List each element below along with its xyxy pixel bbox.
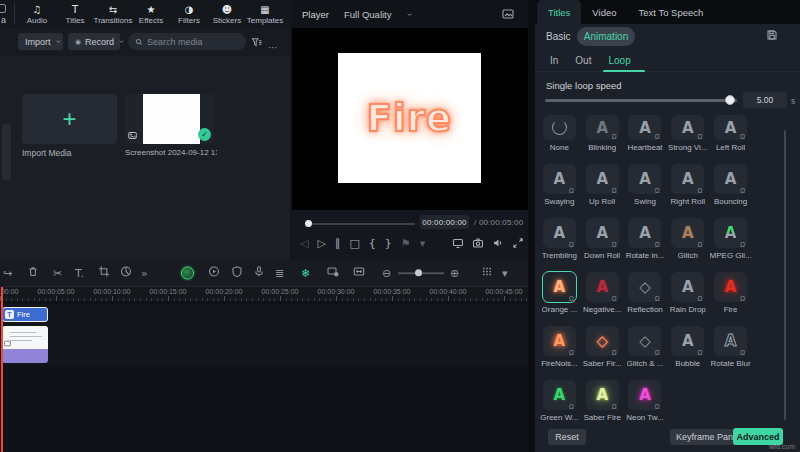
- menu-item-titles[interactable]: TTitles: [56, 0, 94, 28]
- animation-preset-down-roll[interactable]: AΩDown Roll: [581, 206, 624, 260]
- animation-preset-negative[interactable]: AΩNegative...: [581, 260, 624, 314]
- mic-icon[interactable]: [253, 266, 265, 281]
- zoom-out-icon[interactable]: ⊖: [382, 267, 391, 280]
- mark-out-icon[interactable]: }: [385, 237, 392, 251]
- tab-titles[interactable]: Titles: [537, 0, 581, 24]
- animation-preset-green-w[interactable]: AΩGreen W...: [538, 368, 581, 422]
- keyframe-diamond-icon[interactable]: ❄: [301, 267, 310, 280]
- caret-down-icon[interactable]: ▾: [420, 237, 426, 251]
- timeline-ruler[interactable]: 00:00:00:0000:00:05:0000:00:10:0000:00:1…: [0, 287, 528, 301]
- volume-icon[interactable]: [492, 237, 504, 253]
- animation-preset-rotate-in[interactable]: AΩRotate in...: [624, 206, 667, 260]
- shield-icon[interactable]: [231, 266, 243, 281]
- layers-icon[interactable]: ≣: [275, 267, 284, 280]
- zoom-in-icon[interactable]: ⊕: [450, 267, 459, 280]
- player-preview[interactable]: Fire: [292, 28, 528, 210]
- fit-timeline-icon[interactable]: [353, 266, 365, 281]
- animation-preset-firenois[interactable]: AΩFireNois...: [538, 314, 581, 368]
- search-input[interactable]: [147, 37, 233, 47]
- animation-preset-up-roll[interactable]: AΩUp Roll: [581, 152, 624, 206]
- undo-icon[interactable]: ↪: [3, 267, 12, 280]
- animation-preset-swing[interactable]: AΩSwing: [624, 152, 667, 206]
- animation-preset-strong-vi[interactable]: AΩStrong Vi...: [666, 106, 709, 152]
- screen-record-icon[interactable]: [327, 266, 339, 281]
- animation-preset-blinking[interactable]: AΩBlinking: [581, 106, 624, 152]
- seek-handle[interactable]: [305, 220, 312, 227]
- tab-video[interactable]: Video: [581, 0, 627, 24]
- animation-preset-rain-drop[interactable]: AΩRain Drop: [666, 260, 709, 314]
- animation-preset-right-roll[interactable]: AΩRight Roll: [666, 152, 709, 206]
- animation-preset-glitch[interactable]: AΩGlitch: [666, 206, 709, 260]
- quality-dropdown[interactable]: Full Quality: [338, 6, 419, 22]
- animation-preset-bubble[interactable]: AΩBubble: [666, 314, 709, 368]
- animation-preset-mpeg-gli[interactable]: AΩMPEG Gli...: [709, 206, 752, 260]
- animation-preset-saber-fire[interactable]: AΩSaber Fire: [581, 368, 624, 422]
- palette-icon[interactable]: [120, 266, 132, 281]
- basic-tab[interactable]: Basic: [546, 31, 570, 42]
- animation-preset-left-roll[interactable]: AΩLeft Roll: [709, 106, 752, 152]
- play-icon[interactable]: ▷: [317, 237, 325, 251]
- animation-preset-glitch[interactable]: ◇ΩGlitch & ...: [624, 314, 667, 368]
- seek-track[interactable]: [312, 223, 415, 225]
- menu-item-transitions[interactable]: ⇆Transitions: [94, 0, 132, 28]
- flag-icon[interactable]: ⚑: [401, 237, 411, 251]
- animation-preset-reflection[interactable]: ◇ΩReflection: [624, 260, 667, 314]
- animation-preset-bouncing[interactable]: AΩBouncing: [709, 152, 752, 206]
- scissors-icon[interactable]: ✂: [53, 267, 62, 280]
- mark-in-icon[interactable]: {: [369, 237, 376, 251]
- more-tools-icon[interactable]: »: [141, 267, 148, 280]
- pause-icon[interactable]: ∥: [335, 237, 341, 251]
- menu-item-stickers[interactable]: ☻Stickers: [208, 0, 246, 28]
- timeline-image-clip[interactable]: [2, 326, 48, 363]
- panel-scrollbar[interactable]: [784, 130, 787, 420]
- zoom-slider[interactable]: [398, 272, 444, 274]
- menu-item-filters[interactable]: ◑Filters: [170, 0, 208, 28]
- animation-preset-none[interactable]: None: [538, 106, 581, 152]
- snapshot-icon[interactable]: [472, 237, 484, 253]
- animation-preset-trembling[interactable]: AΩTrembling: [538, 206, 581, 260]
- tab-text-to-speech[interactable]: Text To Speech: [628, 0, 715, 24]
- current-timecode[interactable]: 00:00:00:00: [420, 215, 469, 229]
- reset-button[interactable]: Reset: [548, 429, 586, 445]
- playhead[interactable]: [1, 287, 3, 452]
- import-media-tile[interactable]: +: [22, 94, 117, 144]
- timeline-text-clip[interactable]: T Fire: [2, 307, 48, 322]
- menu-item-templates[interactable]: ▦Templates: [246, 0, 284, 28]
- menu-item-audio[interactable]: ♫Audio: [18, 0, 56, 28]
- animation-preset-heartbeat[interactable]: AΩHeartbeat: [624, 106, 667, 152]
- more-options-icon[interactable]: ⋯: [268, 41, 278, 54]
- animation-preset-rotate-blur[interactable]: AΩRotate Blur: [709, 314, 752, 368]
- animation-preset-neon-tw[interactable]: AΩNeon Tw...: [624, 368, 667, 422]
- animation-preset-swaying[interactable]: AΩSwaying: [538, 152, 581, 206]
- loop-speed-slider[interactable]: [545, 99, 737, 102]
- animation-tab[interactable]: Animation: [577, 27, 635, 46]
- monitor-icon[interactable]: [452, 237, 464, 253]
- text-tool-icon[interactable]: T.: [75, 267, 84, 280]
- anim-tab-out[interactable]: Out: [575, 52, 591, 71]
- play-circle-icon[interactable]: [208, 266, 220, 281]
- track-options-icon[interactable]: [481, 266, 493, 281]
- save-preset-icon[interactable]: [766, 29, 778, 41]
- animation-preset-fire[interactable]: AΩFire: [709, 260, 752, 314]
- track-caret-icon[interactable]: ▾: [502, 267, 508, 280]
- trash-icon[interactable]: [27, 266, 39, 281]
- stop-icon[interactable]: □: [349, 237, 359, 251]
- animation-preset-saber-fir[interactable]: ◇ΩSaber Fir...: [581, 314, 624, 368]
- preview-toggle-icon[interactable]: [181, 267, 194, 280]
- anim-tab-loop[interactable]: Loop: [608, 52, 630, 71]
- crop-icon[interactable]: [98, 266, 110, 281]
- anim-tab-in[interactable]: In: [550, 52, 558, 71]
- menu-item-effects[interactable]: ★Effects: [132, 0, 170, 28]
- step-back-icon[interactable]: ◁: [300, 237, 308, 251]
- fullscreen-icon[interactable]: [512, 237, 524, 253]
- pip-image-icon[interactable]: [502, 8, 514, 20]
- filter-funnel-icon[interactable]: [251, 37, 262, 48]
- media-item-screenshot[interactable]: ✓: [125, 94, 214, 144]
- menu-item-media-partial[interactable]: a: [1, 15, 6, 25]
- loop-speed-handle[interactable]: [725, 95, 735, 105]
- record-button[interactable]: ◉ Record: [68, 33, 120, 50]
- import-button[interactable]: Import: [18, 33, 63, 50]
- zoom-slider-handle[interactable]: [415, 269, 422, 276]
- animation-preset-orange[interactable]: AΩOrange ...: [538, 260, 581, 314]
- panel-scroll-pill[interactable]: [2, 124, 11, 180]
